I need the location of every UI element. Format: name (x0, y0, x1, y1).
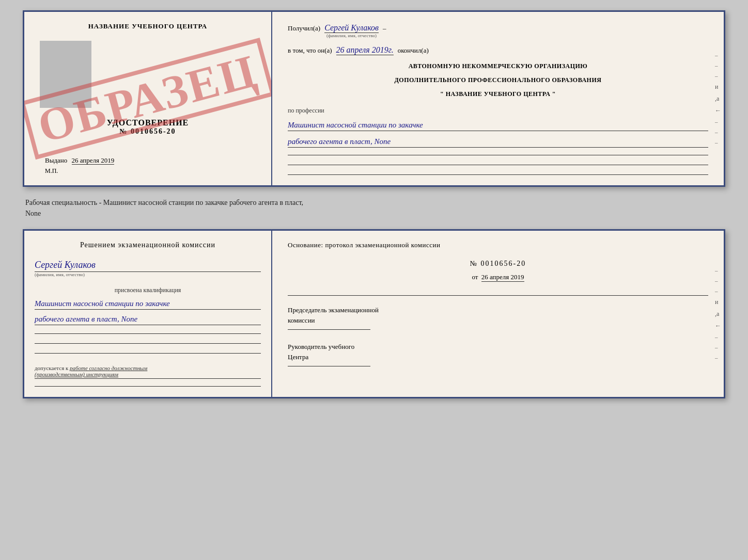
director-sign-line (288, 366, 370, 366)
dash1: – (383, 22, 386, 34)
finished-suffix: окончил(а) (398, 44, 429, 56)
profession-prefix: по профессии (288, 107, 708, 115)
org-line3: " НАЗВАНИЕ УЧЕБНОГО ЦЕНТРА " (288, 90, 708, 98)
bottom-doc-left: Решением экзаменационной комиссии Сергей… (24, 231, 272, 397)
name-sublabel-top: (фамилия, имя, отчество) (324, 33, 379, 38)
protocol-number: № 0010656-20 (288, 260, 708, 268)
training-center-title: НАЗВАНИЕ УЧЕБНОГО ЦЕНТРА (88, 22, 208, 30)
issued-label: Выдано (45, 156, 67, 164)
profession-line1: Машинист насосной станции по закачке (288, 121, 708, 131)
org-line2: ДОПОЛНИТЕЛЬНОГО ПРОФЕССИОНАЛЬНОГО ОБРАЗО… (288, 76, 708, 84)
org-line1: АВТОНОМНУЮ НЕКОММЕРЧЕСКУЮ ОРГАНИЗАЦИЮ (288, 62, 708, 70)
specialty-line1: Рабочая специальность - Машинист насосно… (25, 199, 303, 217)
allow-prefix: допускается к (35, 365, 68, 371)
profession-line2: рабочего агента в пласт, None (288, 137, 708, 148)
director-label2: Центра (288, 353, 708, 361)
received-name: Сергей Кулаков (324, 23, 379, 33)
director-label1: Руководитель учебного (288, 343, 708, 351)
side-marks-bottom: ––– и ,а ← ––– (715, 267, 721, 361)
chairman-sign-line (288, 329, 370, 330)
date-prefix: в том, что он(а) (288, 44, 332, 56)
director-block: Руководитель учебного Центра (288, 343, 708, 366)
issued-date: 26 апреля 2019 (72, 156, 115, 165)
assigned-label: присвоена квалификация (35, 286, 261, 294)
bottom-doc-right: Основание: протокол экзаменационной коми… (272, 231, 724, 397)
allow-text: допускается к работе согласно должностны… (35, 365, 261, 379)
top-doc-left: НАЗВАНИЕ УЧЕБНОГО ЦЕНТРА УДОСТОВЕРЕНИЕ №… (24, 12, 272, 185)
top-doc-right: Получил(а) Сергей Кулаков (фамилия, имя,… (272, 12, 724, 185)
received-prefix: Получил(а) (288, 22, 320, 34)
date-value-bottom: 26 апреля 2019 (481, 273, 524, 282)
top-document: НАЗВАНИЕ УЧЕБНОГО ЦЕНТРА УДОСТОВЕРЕНИЕ №… (23, 10, 725, 187)
commission-title: Решением экзаменационной комиссии (35, 241, 261, 249)
date-prefix-bottom: от (472, 273, 478, 281)
chairman-label1: Председатель экзаменационной (288, 306, 708, 314)
qualification-line1: Машинист насосной станции по закачке (35, 299, 261, 310)
chairman-block: Председатель экзаменационной комиссии (288, 306, 708, 330)
cert-number: № 0010656-20 (119, 127, 176, 136)
chairman-label2: комиссии (288, 316, 708, 325)
basis-text: Основание: протокол экзаменационной коми… (288, 241, 708, 249)
qualification-line2: рабочего агента в пласт, None (35, 315, 261, 325)
mp-line: М.П. (40, 167, 114, 175)
cert-label: УДОСТОВЕРЕНИЕ (107, 118, 189, 127)
bottom-name-sublabel: (фамилия, имя, отчество) (35, 272, 261, 277)
side-marks-top: ––– и ,а ← ––– (715, 52, 721, 146)
date-line-bottom: от 26 апреля 2019 (288, 273, 708, 281)
bottom-name: Сергей Кулаков (35, 260, 261, 272)
specialty-text: Рабочая специальность - Машинист насосно… (23, 197, 725, 219)
photo-placeholder (40, 41, 91, 108)
issued-line: Выдано 26 апреля 2019 (40, 156, 114, 165)
bottom-document: Решением экзаменационной комиссии Сергей… (23, 229, 725, 398)
date-value-top: 26 апреля 2019г. (336, 45, 394, 55)
